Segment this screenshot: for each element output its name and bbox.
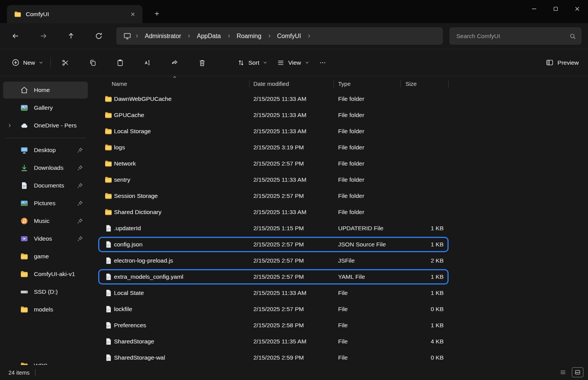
rename-button[interactable] xyxy=(139,55,156,71)
copy-button[interactable] xyxy=(84,55,101,71)
table-row[interactable]: SharedStorage2/15/2025 11:35 AMFile4 KB xyxy=(92,333,448,350)
breadcrumb-item-administrator[interactable]: Administrator xyxy=(141,31,185,41)
file-type-cell: File folder xyxy=(338,128,364,135)
file-type-cell: File folder xyxy=(338,209,364,216)
pin-icon xyxy=(77,165,83,171)
file-type-cell: File folder xyxy=(338,193,364,199)
thumbnail-view-button[interactable] xyxy=(572,367,583,377)
back-button[interactable] xyxy=(7,28,24,44)
content-area: HomeGalleryOneDrive - PersDesktopDownloa… xyxy=(0,76,588,365)
pin-icon xyxy=(77,236,83,242)
thumbnail-view-icon xyxy=(574,369,581,376)
column-header-name[interactable]: Name xyxy=(112,80,127,87)
column-divider[interactable] xyxy=(333,80,334,87)
more-options-button[interactable] xyxy=(314,55,331,71)
sidebar-item-documents[interactable]: Documents xyxy=(3,177,88,194)
sidebar-item-videos[interactable]: Videos xyxy=(3,230,88,247)
share-icon xyxy=(171,59,179,67)
table-row[interactable]: Network2/15/2025 2:57 PMFile folder xyxy=(92,156,448,172)
sidebar-item-game[interactable]: game xyxy=(3,248,88,265)
column-divider[interactable] xyxy=(448,80,449,87)
sidebar-item-home[interactable]: Home xyxy=(3,82,88,99)
share-button[interactable] xyxy=(166,55,183,71)
table-row[interactable]: Session Storage2/15/2025 2:57 PMFile fol… xyxy=(92,188,448,204)
forward-button[interactable] xyxy=(35,28,52,44)
maximize-button[interactable] xyxy=(545,0,566,17)
table-row[interactable]: extra_models_config.yaml2/15/2025 2:57 P… xyxy=(92,269,448,285)
this-pc-icon[interactable] xyxy=(123,32,131,40)
window-controls xyxy=(523,0,588,17)
folder-icon xyxy=(104,144,112,152)
tab-close-icon[interactable] xyxy=(127,8,139,20)
file-size-cell: 1 KB xyxy=(400,273,444,280)
file-size-cell: 0 KB xyxy=(400,306,444,313)
folder-icon xyxy=(20,305,28,314)
file-name-cell: config.json xyxy=(114,241,142,248)
breadcrumb-item-roaming[interactable]: Roaming xyxy=(233,31,265,41)
column-divider[interactable] xyxy=(400,80,401,87)
sort-button[interactable]: Sort xyxy=(233,55,272,71)
table-row[interactable]: Preferences2/15/2025 2:58 PMFile1 KB xyxy=(92,317,448,333)
table-row[interactable]: logs2/15/2025 3:19 PMFile folder xyxy=(92,139,448,156)
search-icon[interactable] xyxy=(569,33,576,40)
sidebar-item-desktop[interactable]: Desktop xyxy=(3,142,88,159)
paste-button[interactable] xyxy=(112,55,129,71)
table-row[interactable]: GPUCache2/15/2025 11:33 AMFile folder xyxy=(92,107,448,123)
close-button[interactable] xyxy=(566,0,588,17)
minimize-button[interactable] xyxy=(523,0,545,17)
details-view-button[interactable] xyxy=(557,367,569,377)
folder-icon xyxy=(104,127,112,136)
sidebar-item-music[interactable]: Music xyxy=(3,213,88,229)
file-name-cell: SharedStorage xyxy=(114,338,154,345)
column-header-date-modified[interactable]: Date modified xyxy=(253,80,289,87)
column-divider[interactable] xyxy=(249,80,250,87)
view-button[interactable]: View xyxy=(272,55,314,71)
sidebar-item-label: Home xyxy=(34,87,88,94)
column-header-size[interactable]: Size xyxy=(405,80,417,87)
file-list: Name Date modified Type Size DawnWebGPUC… xyxy=(92,76,588,365)
sidebar-item-onedrive-pers[interactable]: OneDrive - Pers xyxy=(3,117,88,134)
table-row[interactable]: Shared Dictionary2/15/2025 11:33 AMFile … xyxy=(92,204,448,220)
breadcrumb-item-comfyui[interactable]: ComfyUI xyxy=(273,31,305,41)
file-name-cell: Shared Dictionary xyxy=(114,209,161,216)
ellipsis-icon xyxy=(319,59,327,67)
delete-button[interactable] xyxy=(194,55,211,71)
column-header-type[interactable]: Type xyxy=(338,80,351,87)
file-size-cell: 1 KB xyxy=(400,322,444,329)
new-tab-button[interactable] xyxy=(150,7,163,20)
table-row[interactable]: sentry2/15/2025 11:33 AMFile folder xyxy=(92,172,448,188)
sidebar-item-pictures[interactable]: Pictures xyxy=(3,195,88,212)
sidebar-item-models[interactable]: models xyxy=(3,301,88,318)
chevron-right-icon[interactable] xyxy=(7,123,12,128)
sidebar-item-ssd-d[interactable]: SSD (D:) xyxy=(3,283,88,300)
gallery-icon xyxy=(20,104,28,112)
titlebar: ComfyUI xyxy=(0,0,588,23)
file-type-cell: File xyxy=(338,290,348,296)
file-icon xyxy=(104,321,112,330)
sidebar-item-label: WPS xyxy=(34,362,84,365)
up-button[interactable] xyxy=(62,28,79,44)
table-row[interactable]: SharedStorage-wal2/15/2025 2:59 PMFile0 … xyxy=(92,350,448,366)
sidebar-item-comfyui-aki-v1[interactable]: ComfyUI-aki-v1 xyxy=(3,266,88,283)
table-row[interactable]: lockfile2/15/2025 2:57 PMFile0 KB xyxy=(92,301,448,317)
preview-toggle[interactable]: Preview xyxy=(546,59,579,67)
sidebar-item-gallery[interactable]: Gallery xyxy=(3,99,88,116)
table-row[interactable]: .updaterId2/15/2025 1:15 PMUPDATERID Fil… xyxy=(92,220,448,236)
table-row[interactable]: Local Storage2/15/2025 11:33 AMFile fold… xyxy=(92,123,448,139)
breadcrumb-item-appdata[interactable]: AppData xyxy=(193,31,224,41)
sidebar-item-downloads[interactable]: Downloads xyxy=(3,159,88,176)
table-row[interactable]: Local State2/15/2025 11:33 AMFile1 KB xyxy=(92,285,448,301)
sidebar-item-wps[interactable]: WPS xyxy=(3,357,84,365)
new-button[interactable]: New xyxy=(7,55,48,71)
table-row[interactable]: config.json2/15/2025 2:57 PMJSON Source … xyxy=(92,236,448,253)
refresh-button[interactable] xyxy=(90,28,107,44)
table-row[interactable]: electron-log-preload.js2/15/2025 2:57 PM… xyxy=(92,253,448,269)
table-row[interactable]: DawnWebGPUCache2/15/2025 11:33 AMFile fo… xyxy=(92,91,448,107)
preview-toggle-label: Preview xyxy=(558,59,579,66)
search-box[interactable] xyxy=(449,27,581,45)
tab-comfyui[interactable]: ComfyUI xyxy=(7,5,142,23)
cut-button[interactable] xyxy=(57,55,74,71)
search-input[interactable] xyxy=(456,33,569,40)
file-date-cell: 2/15/2025 3:19 PM xyxy=(253,144,304,151)
file-name-cell: .updaterId xyxy=(114,225,141,232)
